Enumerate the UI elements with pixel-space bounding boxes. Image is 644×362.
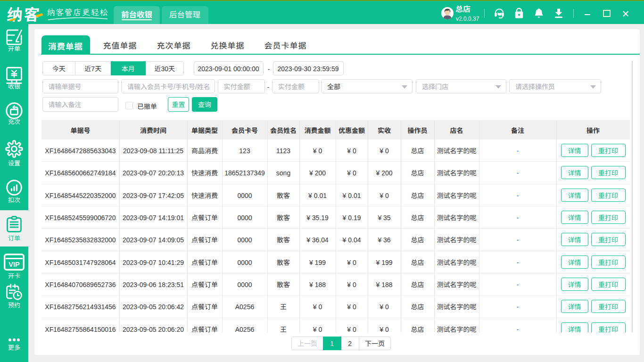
svg-text:VIP: VIP: [8, 261, 20, 268]
